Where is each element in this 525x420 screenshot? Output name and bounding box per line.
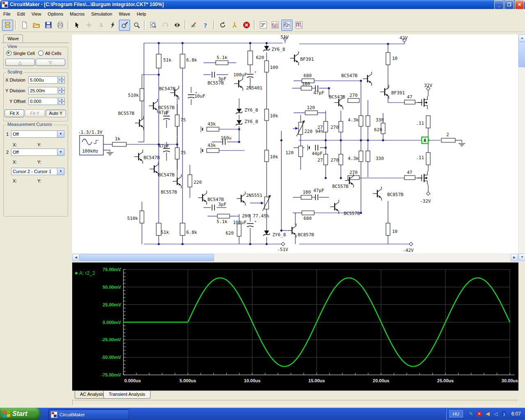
cursor-diff-select[interactable]: Cursor 2 - Cursor 1 ▼ [11, 168, 64, 175]
expand-bus-icon[interactable] [171, 20, 183, 31]
scroll-left-icon[interactable]: ◀ [72, 254, 80, 261]
menu-help[interactable]: Help [133, 10, 149, 18]
radio-single-cell[interactable]: Single Cell [6, 50, 35, 56]
menu-view[interactable]: View [28, 10, 45, 18]
cursor2-select[interactable]: Off ▼ [11, 148, 64, 156]
toolbar-separator [185, 21, 186, 30]
x-division-spinner[interactable]: ▲▼ [59, 76, 65, 84]
svg-text:75.00mV: 75.00mV [103, 267, 121, 272]
tab-wave[interactable]: Wave [3, 34, 23, 43]
hscroll-thumb[interactable] [80, 254, 214, 261]
volume-icon[interactable]: ◀ [484, 411, 491, 417]
svg-text:10k: 10k [270, 154, 278, 160]
scroll-down-icon[interactable]: ▼ [518, 253, 525, 261]
zoom-tool-icon[interactable] [131, 20, 142, 31]
stop-icon[interactable] [241, 20, 252, 31]
svg-text:50.00mV: 50.00mV [103, 285, 121, 290]
new-file-icon[interactable] [19, 20, 30, 31]
toolbar-separator [15, 21, 17, 30]
menu-options[interactable]: Options [44, 10, 66, 18]
auto-y-button[interactable]: Auto Y [46, 110, 66, 117]
y-offset-spinner[interactable]: ▲▼ [59, 98, 65, 105]
start-button[interactable]: Start [0, 408, 41, 420]
menu-file[interactable]: File [0, 10, 14, 18]
cell-down-button[interactable]: ▽ [36, 59, 65, 66]
cursor1-y: Y: [37, 142, 41, 147]
taskbar-app-circuitmaker[interactable]: CircuitMaker [48, 409, 129, 420]
svg-text:180: 180 [302, 81, 310, 87]
circuitmaker-icon [51, 411, 57, 418]
plus-tool-icon[interactable] [83, 20, 94, 31]
svg-text:BF391: BF391 [391, 90, 405, 96]
radio-all-cells[interactable]: All Cells [38, 50, 62, 56]
mixed-scope-icon[interactable] [293, 20, 304, 31]
reset-icon[interactable] [217, 20, 228, 31]
svg-text:BC857B: BC857B [387, 192, 404, 197]
language-indicator[interactable]: HU [449, 410, 463, 418]
minimize-button[interactable]: _ [494, 0, 504, 9]
x-division-input[interactable] [28, 76, 58, 84]
help-icon[interactable]: ? [200, 20, 211, 31]
svg-text:47pF: 47pF [158, 144, 169, 149]
svg-text:4.3k: 4.3k [348, 156, 359, 161]
restore-button[interactable]: ❐ [504, 0, 514, 9]
y-division-input[interactable] [28, 87, 58, 94]
waveform-plot[interactable]: 75.00mV50.00mV25.00mV0.000mV-25.00mV-50.… [72, 262, 518, 390]
open-file-icon[interactable] [31, 20, 42, 31]
cursor-tool-icon[interactable] [71, 20, 82, 31]
svg-text:180: 180 [303, 189, 311, 195]
cell-up-button[interactable]: △ [5, 59, 35, 66]
pen-tray-icon[interactable]: ✎ [468, 411, 475, 417]
svg-text:-1.3/1.3V: -1.3/1.3V [78, 130, 103, 135]
bluetooth-icon[interactable]: ʒ [501, 411, 507, 417]
step-mode-icon[interactable] [258, 20, 269, 31]
wire-tool-icon[interactable] [107, 20, 118, 31]
save-file-icon[interactable] [43, 20, 54, 31]
svg-text:BC547B: BC547B [144, 155, 160, 160]
analysis-tabs: AC Analysis Transient Analysis [72, 390, 518, 399]
schematic-canvas[interactable]: +++51V42V51k6.8k620ZY6_8100uF100BF391105… [72, 34, 518, 253]
analog-scope-icon[interactable] [281, 20, 292, 31]
fit-x-button[interactable]: Fit X [5, 110, 24, 117]
digital-scope-icon[interactable] [269, 20, 281, 31]
svg-text:620: 620 [256, 55, 264, 60]
menu-macros[interactable]: Macros [66, 10, 88, 18]
y-division-spinner[interactable]: ▲▼ [59, 87, 65, 94]
rotate-icon[interactable] [160, 20, 171, 31]
cursor2-num: 2 [6, 150, 9, 155]
radio-dot [38, 50, 43, 56]
toolbar-separator [68, 21, 69, 30]
svg-text:2: 2 [446, 132, 449, 137]
y-offset-input[interactable] [28, 98, 58, 105]
title-bar: CircuitMaker - [C:\Program Files\...\Bur… [0, 0, 525, 9]
tab-transient-analysis[interactable]: Transient Analysis [103, 391, 151, 399]
probe-tool-icon[interactable] [119, 20, 130, 31]
svg-text:.11: .11 [416, 121, 424, 126]
menu-wave[interactable]: Wave [116, 10, 134, 18]
cursor1-select[interactable]: Off ▼ [11, 130, 64, 138]
simulation-setup-icon[interactable] [188, 20, 199, 31]
close-button[interactable]: ✕ [515, 0, 524, 9]
svg-text:+: + [254, 70, 256, 74]
menu-edit[interactable]: Edit [14, 10, 28, 18]
parts-browser-icon[interactable] [2, 20, 13, 31]
svg-text:15.00us: 15.00us [308, 378, 325, 383]
vscroll-thumb[interactable] [518, 42, 525, 67]
muted-volume-icon[interactable]: ◁ [493, 411, 499, 417]
text-tool-icon[interactable]: A [95, 20, 106, 31]
schematic-vscrollbar[interactable]: ▲ ▼ [518, 34, 525, 261]
menu-bar: FileEditViewOptionsMacrosSimulationWaveH… [0, 9, 525, 19]
analyses-icon[interactable] [229, 20, 240, 31]
security-alert-icon[interactable]: ✕ [476, 411, 483, 417]
clock[interactable]: 6:07 [511, 411, 521, 417]
y-division-label: Y Division [5, 88, 25, 93]
svg-text:-50.00mV: -50.00mV [101, 355, 121, 360]
find-part-icon[interactable] [148, 20, 159, 31]
scroll-right-icon[interactable]: ▶ [511, 254, 518, 261]
print-icon[interactable] [55, 20, 66, 31]
scroll-up-icon[interactable]: ▲ [518, 34, 525, 42]
schematic-hscrollbar[interactable]: ◀ ▶ [72, 254, 518, 261]
scaling-group: Scaling X Division ▲▼ Y Division ▲▼ Y Of… [3, 72, 68, 121]
menu-simulation[interactable]: Simulation [88, 10, 115, 18]
fit-y-button[interactable]: Fit Y [25, 110, 45, 117]
